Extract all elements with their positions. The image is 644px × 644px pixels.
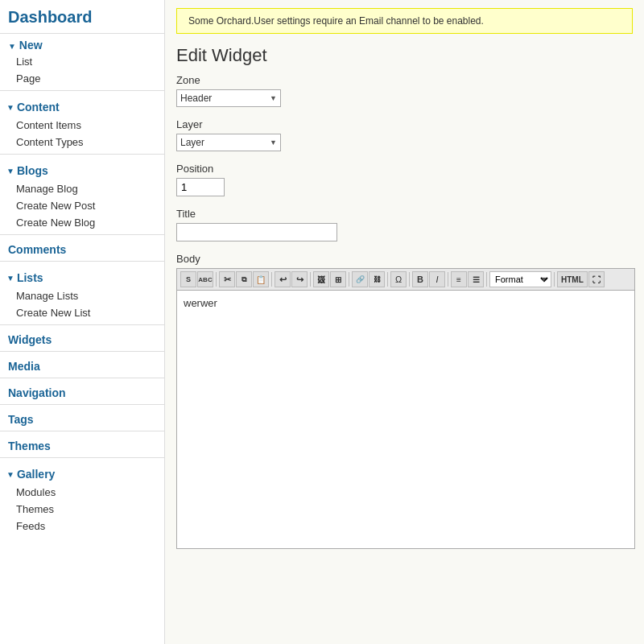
new-label: New xyxy=(19,39,43,52)
main-content: Some Orchard.User settings require an Em… xyxy=(165,0,644,644)
sidebar-section-blogs[interactable]: ▼ Blogs xyxy=(0,158,164,180)
zone-select[interactable]: Header Footer AsideFirst AsideSecond xyxy=(176,89,281,107)
spellcheck-btn[interactable]: ABC xyxy=(197,271,213,287)
sidebar-item-create-new-blog[interactable]: Create New Blog xyxy=(0,214,164,231)
editor-toolbar: S ABC ✂ ⧉ 📋 ↩ ↪ 🖼 ⊞ 🔗 ⛓ Ω xyxy=(177,269,634,291)
divider-10 xyxy=(0,457,164,458)
divider-2 xyxy=(0,154,164,155)
sidebar-item-feeds[interactable]: Feeds xyxy=(0,518,164,535)
body-group: Body S ABC ✂ ⧉ 📋 ↩ ↪ 🖼 ⊞ 🔗 xyxy=(176,253,633,549)
divider-4 xyxy=(0,261,164,262)
divider-8 xyxy=(0,404,164,405)
sidebar-item-comments[interactable]: Comments xyxy=(0,238,164,258)
layer-select[interactable]: Layer Default Authenticated xyxy=(176,134,281,151)
sep-1 xyxy=(216,272,217,287)
sidebar-section-content[interactable]: ▼ Content xyxy=(0,94,164,117)
sidebar-item-create-new-list[interactable]: Create New List xyxy=(0,304,164,321)
unordered-list-btn[interactable]: ☰ xyxy=(468,271,484,287)
sidebar-item-page[interactable]: Page xyxy=(0,70,164,87)
format-select[interactable]: Format Heading 1 Heading 2 Normal xyxy=(489,271,551,287)
layer-group: Layer Layer Default Authenticated xyxy=(176,118,633,151)
sidebar-item-gallery-themes[interactable]: Themes xyxy=(0,501,164,518)
sidebar-item-media[interactable]: Media xyxy=(0,355,164,374)
position-label: Position xyxy=(176,163,633,175)
position-input[interactable] xyxy=(176,178,225,196)
alert-bar: Some Orchard.User settings require an Em… xyxy=(176,8,633,34)
sep-3 xyxy=(310,272,311,287)
unlink-btn[interactable]: ⛓ xyxy=(369,271,385,287)
sidebar-section-gallery[interactable]: ▼ Gallery xyxy=(0,461,164,484)
layer-select-wrapper: Layer Default Authenticated xyxy=(176,134,281,151)
sep-2 xyxy=(271,272,272,287)
page-title: Edit Widget xyxy=(165,34,644,74)
sep-8 xyxy=(486,272,487,287)
sidebar-item-new[interactable]: ▼ New xyxy=(0,34,164,53)
sidebar: Dashboard ▼ New List Page ▼ Content Cont… xyxy=(0,0,165,644)
dashboard-link[interactable]: Dashboard xyxy=(0,0,164,34)
maximize-btn[interactable]: ⛶ xyxy=(588,271,605,287)
redo-btn[interactable]: ↪ xyxy=(291,271,308,287)
chevron-icon-lists: ▼ xyxy=(6,274,14,283)
format-select-wrapper: Format Heading 1 Heading 2 Normal xyxy=(489,271,551,287)
undo-btn[interactable]: ↩ xyxy=(275,271,291,287)
sidebar-section-lists[interactable]: ▼ Lists xyxy=(0,265,164,287)
chevron-icon: ▼ xyxy=(6,103,14,112)
gallery-label: Gallery xyxy=(17,468,55,481)
sep-4 xyxy=(349,272,349,287)
sidebar-item-themes[interactable]: Themes xyxy=(0,435,164,454)
divider-5 xyxy=(0,324,164,325)
divider-1 xyxy=(0,90,164,91)
paste-btn[interactable]: 📋 xyxy=(253,271,269,287)
bold-btn[interactable]: B xyxy=(412,271,428,287)
sidebar-item-modules[interactable]: Modules xyxy=(0,484,164,501)
zone-select-wrapper: Header Footer AsideFirst AsideSecond xyxy=(176,89,281,107)
form-section: Zone Header Footer AsideFirst AsideSecon… xyxy=(165,74,644,549)
divider-6 xyxy=(0,351,164,352)
cut-btn[interactable]: ✂ xyxy=(219,271,235,287)
sep-7 xyxy=(448,272,448,287)
sep-6 xyxy=(409,272,410,287)
divider-7 xyxy=(0,378,164,378)
html-label: HTML xyxy=(561,275,584,284)
sidebar-item-manage-blog[interactable]: Manage Blog xyxy=(0,180,164,197)
chevron-icon-blogs: ▼ xyxy=(6,167,14,175)
sidebar-item-manage-lists[interactable]: Manage Lists xyxy=(0,287,164,304)
sidebar-item-create-new-post[interactable]: Create New Post xyxy=(0,197,164,214)
sidebar-item-content-items[interactable]: Content Items xyxy=(0,117,164,134)
alert-text: Some Orchard.User settings require an Em… xyxy=(188,15,484,27)
editor-content: werwer xyxy=(184,297,217,309)
sidebar-item-content-types[interactable]: Content Types xyxy=(0,134,164,151)
divider-3 xyxy=(0,234,164,235)
table-btn[interactable]: ⊞ xyxy=(330,271,346,287)
sep-9 xyxy=(554,272,555,287)
content-label: Content xyxy=(17,101,60,114)
editor-body[interactable]: werwer xyxy=(177,291,634,548)
special-char-btn[interactable]: Ω xyxy=(390,271,407,287)
title-group: Title xyxy=(176,208,633,242)
position-group: Position xyxy=(176,163,633,196)
title-label: Title xyxy=(176,208,633,220)
blogs-label: Blogs xyxy=(17,164,48,177)
italic-btn[interactable]: I xyxy=(429,271,445,287)
sidebar-item-widgets[interactable]: Widgets xyxy=(0,328,164,348)
ordered-list-btn[interactable]: ≡ xyxy=(451,271,467,287)
image-btn[interactable]: 🖼 xyxy=(313,271,329,287)
source-btn[interactable]: S xyxy=(180,271,196,287)
layer-label: Layer xyxy=(176,118,633,130)
title-input[interactable] xyxy=(176,223,337,242)
copy-btn[interactable]: ⧉ xyxy=(236,271,252,287)
divider-9 xyxy=(0,431,164,431)
body-label: Body xyxy=(176,253,633,265)
zone-label: Zone xyxy=(176,74,633,86)
html-btn[interactable]: HTML xyxy=(557,271,588,287)
editor-container: S ABC ✂ ⧉ 📋 ↩ ↪ 🖼 ⊞ 🔗 ⛓ Ω xyxy=(176,268,635,549)
sep-5 xyxy=(387,272,388,287)
zone-group: Zone Header Footer AsideFirst AsideSecon… xyxy=(176,74,633,107)
sidebar-item-list[interactable]: List xyxy=(0,53,164,70)
lists-label: Lists xyxy=(17,271,43,284)
chevron-down-icon: ▼ xyxy=(8,42,16,51)
chevron-icon-gallery: ▼ xyxy=(6,470,14,479)
link-btn[interactable]: 🔗 xyxy=(352,271,368,287)
sidebar-item-navigation[interactable]: Navigation xyxy=(0,382,164,401)
sidebar-item-tags[interactable]: Tags xyxy=(0,408,164,427)
